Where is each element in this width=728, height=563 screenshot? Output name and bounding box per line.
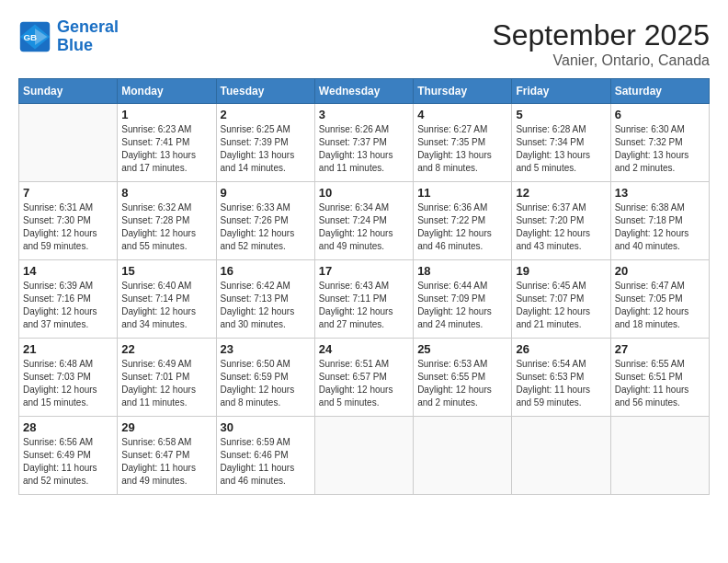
- day-info: Sunrise: 6:55 AMSunset: 6:51 PMDaylight:…: [615, 358, 705, 409]
- weekday-row: SundayMondayTuesdayWednesdayThursdayFrid…: [19, 79, 710, 104]
- day-info: Sunrise: 6:40 AMSunset: 7:14 PMDaylight:…: [121, 280, 211, 331]
- calendar-cell: 3Sunrise: 6:26 AMSunset: 7:37 PMDaylight…: [314, 104, 413, 182]
- day-number: 13: [615, 186, 705, 200]
- calendar-week-row: 1Sunrise: 6:23 AMSunset: 7:41 PMDaylight…: [19, 104, 710, 182]
- day-info: Sunrise: 6:43 AMSunset: 7:11 PMDaylight:…: [319, 280, 409, 331]
- logo-line1: General: [57, 17, 119, 36]
- day-number: 4: [417, 108, 507, 121]
- weekday-header: Monday: [118, 79, 216, 104]
- day-info: Sunrise: 6:58 AMSunset: 6:47 PMDaylight:…: [121, 436, 211, 488]
- day-number: 22: [121, 342, 211, 356]
- day-number: 12: [516, 186, 606, 200]
- calendar-cell: 24Sunrise: 6:51 AMSunset: 6:57 PMDayligh…: [314, 339, 413, 417]
- weekday-header: Wednesday: [314, 79, 413, 104]
- day-number: 23: [221, 342, 311, 356]
- calendar-cell: [512, 417, 610, 495]
- day-number: 28: [23, 420, 113, 434]
- day-info: Sunrise: 6:34 AMSunset: 7:24 PMDaylight:…: [319, 201, 409, 253]
- calendar-cell: 25Sunrise: 6:53 AMSunset: 6:55 PMDayligh…: [414, 339, 512, 417]
- calendar-cell: [314, 417, 413, 495]
- day-info: Sunrise: 6:25 AMSunset: 7:39 PMDaylight:…: [221, 123, 311, 175]
- day-info: Sunrise: 6:49 AMSunset: 7:01 PMDaylight:…: [121, 358, 211, 409]
- day-number: 30: [221, 420, 311, 434]
- day-info: Sunrise: 6:45 AMSunset: 7:07 PMDaylight:…: [516, 280, 606, 331]
- calendar-cell: 16Sunrise: 6:42 AMSunset: 7:13 PMDayligh…: [216, 260, 314, 339]
- logo-line2: Blue: [57, 36, 93, 54]
- day-info: Sunrise: 6:47 AMSunset: 7:05 PMDaylight:…: [615, 280, 705, 331]
- calendar-cell: 27Sunrise: 6:55 AMSunset: 6:51 PMDayligh…: [610, 339, 709, 417]
- day-info: Sunrise: 6:26 AMSunset: 7:37 PMDaylight:…: [319, 123, 409, 175]
- calendar-cell: 15Sunrise: 6:40 AMSunset: 7:14 PMDayligh…: [118, 260, 216, 339]
- day-info: Sunrise: 6:50 AMSunset: 6:59 PMDaylight:…: [221, 358, 311, 409]
- day-number: 18: [417, 264, 507, 278]
- calendar-cell: 28Sunrise: 6:56 AMSunset: 6:49 PMDayligh…: [19, 417, 118, 495]
- day-number: 25: [417, 342, 507, 356]
- calendar-week-row: 7Sunrise: 6:31 AMSunset: 7:30 PMDaylight…: [19, 182, 710, 260]
- day-info: Sunrise: 6:28 AMSunset: 7:34 PMDaylight:…: [516, 123, 606, 175]
- calendar-cell: 14Sunrise: 6:39 AMSunset: 7:16 PMDayligh…: [19, 260, 118, 339]
- day-number: 1: [121, 108, 211, 121]
- day-number: 5: [516, 108, 606, 121]
- weekday-header: Sunday: [19, 79, 118, 104]
- day-info: Sunrise: 6:54 AMSunset: 6:53 PMDaylight:…: [516, 358, 606, 409]
- calendar-cell: 2Sunrise: 6:25 AMSunset: 7:39 PMDaylight…: [216, 104, 314, 182]
- day-info: Sunrise: 6:59 AMSunset: 6:46 PMDaylight:…: [221, 436, 311, 488]
- calendar-cell: 9Sunrise: 6:33 AMSunset: 7:26 PMDaylight…: [216, 182, 314, 260]
- calendar-cell: 12Sunrise: 6:37 AMSunset: 7:20 PMDayligh…: [512, 182, 610, 260]
- calendar-cell: 22Sunrise: 6:49 AMSunset: 7:01 PMDayligh…: [118, 339, 216, 417]
- day-number: 26: [516, 342, 606, 356]
- day-number: 17: [319, 264, 409, 278]
- calendar-title: September 2025: [492, 18, 710, 52]
- calendar-cell: 19Sunrise: 6:45 AMSunset: 7:07 PMDayligh…: [512, 260, 610, 339]
- day-info: Sunrise: 6:32 AMSunset: 7:28 PMDaylight:…: [121, 201, 211, 253]
- calendar-cell: 11Sunrise: 6:36 AMSunset: 7:22 PMDayligh…: [414, 182, 512, 260]
- day-info: Sunrise: 6:48 AMSunset: 7:03 PMDaylight:…: [23, 358, 113, 409]
- day-number: 21: [23, 342, 113, 356]
- weekday-header: Saturday: [610, 79, 709, 104]
- calendar-body: 1Sunrise: 6:23 AMSunset: 7:41 PMDaylight…: [19, 104, 710, 495]
- calendar-cell: [610, 417, 709, 495]
- day-number: 14: [23, 264, 113, 278]
- calendar-cell: [414, 417, 512, 495]
- day-number: 16: [221, 264, 311, 278]
- day-info: Sunrise: 6:36 AMSunset: 7:22 PMDaylight:…: [417, 201, 507, 253]
- day-info: Sunrise: 6:53 AMSunset: 6:55 PMDaylight:…: [417, 358, 507, 409]
- calendar-table: SundayMondayTuesdayWednesdayThursdayFrid…: [18, 78, 710, 495]
- calendar-cell: 13Sunrise: 6:38 AMSunset: 7:18 PMDayligh…: [610, 182, 709, 260]
- day-number: 24: [319, 342, 409, 356]
- day-number: 11: [417, 186, 507, 200]
- calendar-cell: 23Sunrise: 6:50 AMSunset: 6:59 PMDayligh…: [216, 339, 314, 417]
- calendar-cell: 20Sunrise: 6:47 AMSunset: 7:05 PMDayligh…: [610, 260, 709, 339]
- logo-text: General Blue: [57, 18, 119, 55]
- day-info: Sunrise: 6:23 AMSunset: 7:41 PMDaylight:…: [121, 123, 211, 175]
- day-info: Sunrise: 6:56 AMSunset: 6:49 PMDaylight:…: [23, 436, 113, 488]
- day-info: Sunrise: 6:37 AMSunset: 7:20 PMDaylight:…: [516, 201, 606, 253]
- calendar-subtitle: Vanier, Ontario, Canada: [492, 52, 710, 69]
- day-info: Sunrise: 6:51 AMSunset: 6:57 PMDaylight:…: [319, 358, 409, 409]
- calendar-week-row: 28Sunrise: 6:56 AMSunset: 6:49 PMDayligh…: [19, 417, 710, 495]
- day-info: Sunrise: 6:42 AMSunset: 7:13 PMDaylight:…: [221, 280, 311, 331]
- day-number: 20: [615, 264, 705, 278]
- calendar-cell: 21Sunrise: 6:48 AMSunset: 7:03 PMDayligh…: [19, 339, 118, 417]
- day-number: 8: [121, 186, 211, 200]
- calendar-cell: 8Sunrise: 6:32 AMSunset: 7:28 PMDaylight…: [118, 182, 216, 260]
- calendar-header: SundayMondayTuesdayWednesdayThursdayFrid…: [19, 79, 710, 104]
- day-number: 2: [221, 108, 311, 121]
- day-info: Sunrise: 6:33 AMSunset: 7:26 PMDaylight:…: [221, 201, 311, 253]
- title-block: September 2025 Vanier, Ontario, Canada: [492, 18, 710, 69]
- day-info: Sunrise: 6:38 AMSunset: 7:18 PMDaylight:…: [615, 201, 705, 253]
- svg-text:GB: GB: [23, 31, 37, 41]
- day-number: 15: [121, 264, 211, 278]
- day-number: 19: [516, 264, 606, 278]
- calendar-week-row: 14Sunrise: 6:39 AMSunset: 7:16 PMDayligh…: [19, 260, 710, 339]
- calendar-cell: 4Sunrise: 6:27 AMSunset: 7:35 PMDaylight…: [414, 104, 512, 182]
- day-info: Sunrise: 6:31 AMSunset: 7:30 PMDaylight:…: [23, 201, 113, 253]
- calendar-cell: 30Sunrise: 6:59 AMSunset: 6:46 PMDayligh…: [216, 417, 314, 495]
- calendar-week-row: 21Sunrise: 6:48 AMSunset: 7:03 PMDayligh…: [19, 339, 710, 417]
- calendar-cell: 26Sunrise: 6:54 AMSunset: 6:53 PMDayligh…: [512, 339, 610, 417]
- day-number: 3: [319, 108, 409, 121]
- day-number: 10: [319, 186, 409, 200]
- day-info: Sunrise: 6:44 AMSunset: 7:09 PMDaylight:…: [417, 280, 507, 331]
- day-info: Sunrise: 6:27 AMSunset: 7:35 PMDaylight:…: [417, 123, 507, 175]
- calendar-cell: 7Sunrise: 6:31 AMSunset: 7:30 PMDaylight…: [19, 182, 118, 260]
